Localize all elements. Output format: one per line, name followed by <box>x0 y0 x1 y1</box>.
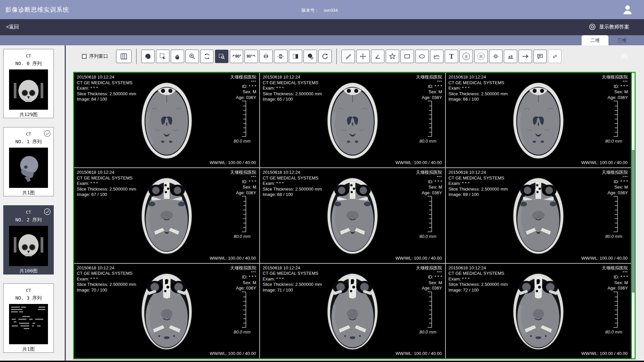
eraser-button[interactable] <box>548 50 561 63</box>
series-count: 共1图 <box>4 190 53 196</box>
window-level-label: WW/WL: 100.00 / 40.00 <box>395 256 442 261</box>
measure-angle-button[interactable] <box>371 50 384 63</box>
tab-2d[interactable]: 二维 <box>582 35 608 45</box>
comment-icon <box>536 53 544 60</box>
viewer-scrollbar-thumb[interactable] <box>632 150 635 293</box>
nav-bar: <返回 显示教师答案 <box>0 19 644 35</box>
image-info-overlay: 20150618 10:12:24CT GE MEDICAL SYSTEMS E… <box>263 265 322 293</box>
flip-vertical-button[interactable] <box>274 50 287 63</box>
scale-ruler <box>425 291 433 328</box>
flip-horizontal-button[interactable] <box>259 50 273 63</box>
sidebar-divider <box>65 45 66 361</box>
measure-curve-button[interactable] <box>430 50 443 63</box>
scale-label: 80.0 mm <box>605 139 622 144</box>
image-cell-9[interactable]: 20150618 10:12:24CT GE MEDICAL SYSTEMS E… <box>446 264 631 358</box>
top-bar: 影像诊断思维实训系统 版本号：svn334 <box>0 0 644 19</box>
series-card-0[interactable]: CT NO. 0 序列 共129图 <box>3 49 54 118</box>
ellipse-icon <box>418 53 426 60</box>
scale-ruler <box>239 196 247 232</box>
series-modality: CT <box>4 49 53 58</box>
patient-info-overlay: 天堰模拟医院*** ID: * * *Sex: MAge: 036Y <box>602 265 628 291</box>
curve-icon <box>433 53 440 60</box>
measure-line-button[interactable] <box>341 50 355 63</box>
invert-icon <box>292 53 299 60</box>
center-mark-button[interactable] <box>489 50 502 63</box>
patient-info-overlay: 天堰模拟医院*** ID: * * *Sex: MAge: 036Y <box>230 265 256 291</box>
layout-button[interactable] <box>116 50 131 63</box>
image-cell-7[interactable]: 20150618 10:12:24CT GE MEDICAL SYSTEMS E… <box>74 264 259 358</box>
series-count: 共100图 <box>4 268 53 274</box>
zoom-region-button[interactable] <box>215 50 228 63</box>
rotate-ccw-90-label: 90° <box>235 54 241 59</box>
version-value: svn334 <box>324 8 338 13</box>
rotate-cw-90-button[interactable]: 90° <box>245 50 258 63</box>
star-icon <box>389 53 396 60</box>
text-annotation-button[interactable]: T <box>445 50 458 63</box>
secondary-mark-button[interactable]: 次 <box>474 50 488 63</box>
image-cell-5[interactable]: 20150618 10:12:24CT GE MEDICAL SYSTEMS E… <box>260 168 445 263</box>
reset-button[interactable] <box>318 50 332 63</box>
measure-polygon-button[interactable] <box>386 50 399 63</box>
series-card-3[interactable]: CT NO. 3 序列 共1图 <box>3 283 54 353</box>
measure-rect-button[interactable] <box>400 50 414 63</box>
image-info-overlay: 20150618 10:12:24CT GE MEDICAL SYSTEMS E… <box>77 170 136 198</box>
profile-button[interactable] <box>504 50 517 63</box>
rotate-free-button[interactable] <box>200 50 214 63</box>
toolbar: 序列窗口 90° 90° T 主 <box>66 45 644 67</box>
hand-icon <box>174 53 181 60</box>
image-cell-8[interactable]: 20150618 10:12:24CT GE MEDICAL SYSTEMS E… <box>260 264 445 358</box>
scale-ruler <box>611 196 619 232</box>
primary-mark-icon: 主 <box>463 53 470 60</box>
version-label: 版本号： <box>302 8 319 13</box>
scale-ruler <box>239 291 247 328</box>
image-cell-2[interactable]: 20150618 10:12:24CT GE MEDICAL SYSTEMS E… <box>260 73 445 167</box>
pan-button[interactable] <box>171 50 184 63</box>
collapse-toolbar-icon[interactable] <box>620 53 629 60</box>
image-number: Image: 70 / 100 <box>77 288 136 293</box>
patient-info-overlay: 天堰模拟医院*** ID: * * *Sex: MAge: 036Y <box>416 74 442 100</box>
profile-icon <box>507 53 514 60</box>
window-level-label: WW/WL: 100.00 / 40.00 <box>210 256 256 261</box>
grid-layout-icon <box>120 52 128 60</box>
rectangle-icon <box>404 53 411 60</box>
show-teacher-answer-label: 显示教师答案 <box>599 24 629 30</box>
series-name: NO. 1 序列 <box>4 139 53 145</box>
image-cell-3[interactable]: 20150618 10:12:24CT GE MEDICAL SYSTEMS E… <box>446 73 631 167</box>
window-preset-button[interactable] <box>304 50 317 63</box>
series-card-2[interactable]: CT NO. 2 序列 共100图 <box>3 205 54 274</box>
comment-button[interactable] <box>533 50 547 63</box>
rotate-arrows-icon <box>203 53 211 60</box>
viewer-scrollbar[interactable] <box>631 73 635 358</box>
window-level-label: WW/WL: 100.00 / 40.00 <box>581 160 628 165</box>
select-button[interactable] <box>156 50 169 63</box>
image-number: Image: 68 / 100 <box>263 192 322 198</box>
zoom-button[interactable] <box>185 50 199 63</box>
image-cell-4[interactable]: 20150618 10:12:24CT GE MEDICAL SYSTEMS E… <box>74 168 259 263</box>
ct-image <box>136 173 198 258</box>
measure-cross-button[interactable] <box>356 50 370 63</box>
tab-3d[interactable]: 三维 <box>608 35 635 45</box>
image-info-overlay: 20150618 10:12:24CT GE MEDICAL SYSTEMS E… <box>448 265 508 293</box>
window-level-label: WW/WL: 100.00 / 40.00 <box>395 351 442 356</box>
series-window-label: 序列窗口 <box>89 53 108 59</box>
arrow-annotation-button[interactable] <box>519 50 532 63</box>
scale-ruler <box>239 100 247 137</box>
primary-mark-button[interactable]: 主 <box>460 50 473 63</box>
image-cell-1[interactable]: 20150618 10:12:24CT GE MEDICAL SYSTEMS E… <box>74 73 259 167</box>
user-avatar-icon[interactable] <box>621 3 634 16</box>
scale-ruler <box>611 100 619 137</box>
rotate-cw-90-label: 90° <box>247 54 253 59</box>
window-level-button[interactable] <box>141 50 155 63</box>
scale-label: 80.0 mm <box>605 329 622 334</box>
invert-button[interactable] <box>289 50 302 63</box>
window-preset-icon <box>307 53 314 60</box>
image-cell-6[interactable]: 20150618 10:12:24CT GE MEDICAL SYSTEMS E… <box>446 168 631 263</box>
rotate-ccw-90-button[interactable]: 90° <box>230 50 243 63</box>
image-number: Image: 67 / 100 <box>77 192 136 198</box>
series-window-checkbox[interactable] <box>82 54 87 59</box>
show-teacher-answer-button[interactable]: 显示教师答案 <box>589 23 629 31</box>
series-card-1[interactable]: CT NO. 1 序列 共1图 <box>3 127 54 196</box>
scale-label: 80.0 mm <box>605 234 622 239</box>
back-button[interactable]: <返回 <box>6 24 19 30</box>
measure-ellipse-button[interactable] <box>415 50 429 63</box>
